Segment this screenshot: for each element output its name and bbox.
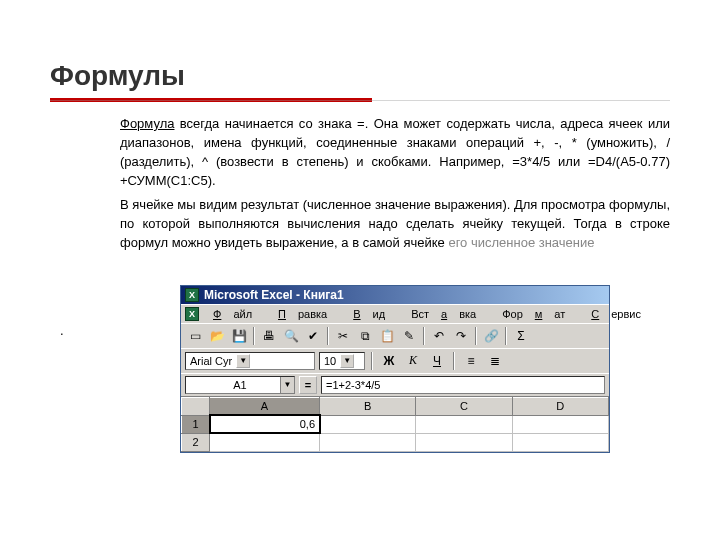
excel-logo-icon: X [185, 288, 199, 302]
cell-a1[interactable]: 0,6 [210, 415, 320, 433]
separator [505, 327, 507, 345]
equals-button[interactable]: = [299, 376, 317, 394]
excel-window: X Microsoft Excel - Книга1 X Файл Правка… [180, 285, 610, 453]
col-header-b[interactable]: B [320, 397, 416, 415]
new-icon[interactable]: ▭ [185, 326, 205, 346]
separator [253, 327, 255, 345]
app-icon: X [185, 307, 199, 321]
worksheet-grid[interactable]: A B C D 1 0,6 2 [181, 396, 609, 452]
cell-d1[interactable] [512, 415, 608, 433]
open-icon[interactable]: 📂 [207, 326, 227, 346]
titlebar-text: Microsoft Excel - Книга1 [204, 288, 344, 302]
separator [371, 352, 373, 370]
align-left-icon[interactable]: ≡ [461, 351, 481, 371]
cut-icon[interactable]: ✂ [333, 326, 353, 346]
formula-input[interactable]: =1+2-3*4/5 [321, 376, 605, 394]
stray-dot: . [60, 323, 64, 338]
separator [327, 327, 329, 345]
separator [453, 352, 455, 370]
print-icon[interactable]: 🖶 [259, 326, 279, 346]
cell-b1[interactable] [320, 415, 416, 433]
formatting-toolbar: Arial Cyr ▼ 10 ▼ Ж К Ч ≡ ≣ [181, 348, 609, 373]
autosum-icon[interactable]: Σ [511, 326, 531, 346]
copy-icon[interactable]: ⧉ [355, 326, 375, 346]
chevron-down-icon[interactable]: ▼ [340, 354, 354, 368]
font-size-combo[interactable]: 10 ▼ [319, 352, 365, 370]
align-center-icon[interactable]: ≣ [485, 351, 505, 371]
formula-bar: A1 ▼ = =1+2-3*4/5 [181, 373, 609, 396]
spell-icon[interactable]: ✔ [303, 326, 323, 346]
titlebar: X Microsoft Excel - Книга1 [181, 286, 609, 304]
col-header-d[interactable]: D [512, 397, 608, 415]
save-icon[interactable]: 💾 [229, 326, 249, 346]
menu-view[interactable]: Вид [341, 307, 397, 321]
menu-file[interactable]: Файл [201, 307, 264, 321]
link-icon[interactable]: 🔗 [481, 326, 501, 346]
font-size-value: 10 [324, 355, 336, 367]
chevron-down-icon[interactable]: ▼ [236, 354, 250, 368]
lead-word: Формула [120, 116, 174, 131]
paragraph-2: В ячейке мы видим результат (численное з… [120, 196, 670, 253]
col-header-a[interactable]: A [210, 397, 320, 415]
row-header-2[interactable]: 2 [182, 433, 210, 451]
font-name-combo[interactable]: Arial Cyr ▼ [185, 352, 315, 370]
menu-edit[interactable]: Правка [266, 307, 339, 321]
cell-c1[interactable] [416, 415, 512, 433]
undo-icon[interactable]: ↶ [429, 326, 449, 346]
cell-b2[interactable] [320, 433, 416, 451]
italic-button[interactable]: К [403, 351, 423, 371]
para2-tail: его численное значение [448, 235, 594, 250]
separator [475, 327, 477, 345]
title-thin-rule [50, 100, 670, 101]
standard-toolbar: ▭ 📂 💾 🖶 🔍 ✔ ✂ ⧉ 📋 ✎ ↶ ↷ 🔗 Σ [181, 323, 609, 348]
name-box[interactable]: A1 ▼ [185, 376, 295, 394]
preview-icon[interactable]: 🔍 [281, 326, 301, 346]
menubar: X Файл Правка Вид Вставка Формат Сервис [181, 304, 609, 323]
menu-insert[interactable]: Вставка [399, 307, 488, 321]
paste-icon[interactable]: 📋 [377, 326, 397, 346]
row-header-1[interactable]: 1 [182, 415, 210, 433]
redo-icon[interactable]: ↷ [451, 326, 471, 346]
cell-d2[interactable] [512, 433, 608, 451]
cell-a2[interactable] [210, 433, 320, 451]
menu-tools[interactable]: Сервис [579, 307, 653, 321]
col-header-c[interactable]: C [416, 397, 512, 415]
separator [423, 327, 425, 345]
font-name-value: Arial Cyr [190, 355, 232, 367]
para1-rest: всегда начинается со знака =. Она может … [120, 116, 670, 188]
page-title: Формулы [50, 60, 670, 92]
paragraph-1: Формула всегда начинается со знака =. Он… [120, 115, 670, 190]
underline-button[interactable]: Ч [427, 351, 447, 371]
brush-icon[interactable]: ✎ [399, 326, 419, 346]
name-box-value: A1 [233, 379, 246, 391]
select-all-corner[interactable] [182, 397, 210, 415]
menu-format[interactable]: Формат [490, 307, 577, 321]
cell-c2[interactable] [416, 433, 512, 451]
chevron-down-icon[interactable]: ▼ [280, 377, 294, 393]
bold-button[interactable]: Ж [379, 351, 399, 371]
